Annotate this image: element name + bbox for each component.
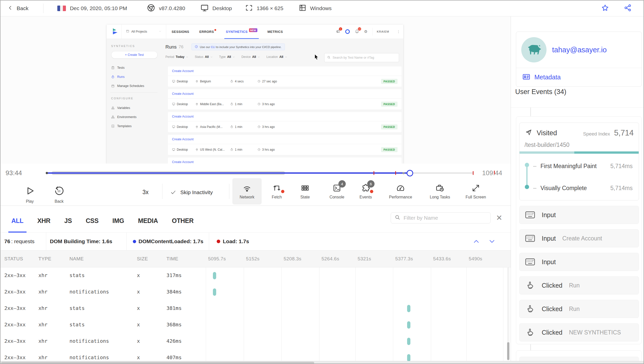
table-vertical-scrollbar[interactable]	[507, 267, 509, 360]
panel-button-fetch[interactable]: Fetch	[262, 178, 291, 204]
test-search-input[interactable]	[333, 56, 396, 59]
skip-inactivity-toggle[interactable]: Skip Inactivity	[170, 189, 213, 195]
metric-value: 5,714ms	[610, 185, 633, 192]
playhead[interactable]	[407, 170, 413, 176]
request-row[interactable]: 2xx–3xxxhrnotificationsx407ms	[1, 350, 511, 361]
info-icon	[195, 45, 198, 49]
horizontal-scrollbar[interactable]	[1, 361, 644, 364]
waterfall-bar	[407, 321, 410, 329]
search-icon	[327, 56, 331, 60]
monitor-icon	[172, 125, 175, 128]
session-timestamp: Dec 09, 2020, 05:10 PM	[70, 5, 127, 11]
net-tab-img[interactable]: IMG	[112, 209, 124, 233]
app-logo-icon	[112, 28, 119, 35]
net-tab-media[interactable]: MEDIA	[138, 209, 158, 233]
announcements-icon[interactable]: 1	[336, 29, 340, 34]
net-tab-js[interactable]: JS	[64, 209, 72, 233]
run-name-link[interactable]: Create Account	[168, 157, 402, 164]
metadata-button[interactable]: Metadata	[516, 68, 641, 86]
jump-previous-icon[interactable]	[473, 238, 480, 245]
visited-event-card[interactable]: Visited Speed Index 5,714 /test-builder/…	[519, 123, 639, 200]
input-event-card[interactable]: Input	[519, 206, 639, 224]
filter-device[interactable]: DeviceAll	[241, 55, 260, 59]
settings-gear-icon[interactable]: ⚙	[364, 29, 367, 34]
console-terminal-icon: 4	[332, 184, 341, 193]
request-row[interactable]: 2xx–3xxxhrnotificationsx384ms	[1, 284, 511, 300]
filter-location[interactable]: LocationAll	[266, 55, 287, 59]
run-name-link[interactable]: Create Account	[168, 135, 402, 144]
time-tick: 5208.3s	[284, 256, 301, 262]
request-row[interactable]: 2xx–3xxxhrnotificationsx426ms	[1, 333, 511, 350]
net-tab-css[interactable]: CSS	[86, 209, 99, 233]
clicked-event-card[interactable]: Clicked NEW SYNTHETICS	[519, 323, 639, 342]
net-tab-other[interactable]: OTHER	[172, 209, 193, 233]
panel-button-performance[interactable]: Performance	[385, 178, 416, 204]
speed-index-value: 5,714	[614, 128, 634, 138]
panel-button-events[interactable]: 6 Events	[351, 178, 380, 204]
panel-button-console[interactable]: 4 Console	[322, 178, 352, 204]
net-tab-all[interactable]: ALL	[11, 209, 23, 233]
filter-status[interactable]: StatusAll	[195, 55, 212, 59]
more-menu-icon[interactable]: ⋮	[397, 30, 400, 34]
sidebar-item-variables[interactable]: Variables	[107, 103, 162, 112]
request-row[interactable]: 2xx–3xxxhrstatsx381ms	[1, 300, 511, 317]
input-event-card[interactable]: Input	[519, 253, 639, 271]
input-event-card[interactable]: Input Create Account	[519, 229, 639, 247]
event-marker-gray	[403, 172, 405, 174]
clicked-event-card[interactable]: Clicked Run	[519, 300, 639, 318]
app-tab-metrics[interactable]: METRICS	[267, 25, 283, 39]
app-tab-sessions[interactable]: SESSIONS	[172, 25, 189, 39]
panel-button-network[interactable]: Network	[232, 178, 262, 204]
hand-pointer-icon	[525, 328, 535, 337]
share-icon[interactable]	[624, 4, 632, 13]
scrollbar-thumb[interactable]	[1, 362, 314, 364]
net-tab-xhr[interactable]: XHR	[37, 209, 51, 233]
time-tick: 5490s	[469, 256, 482, 262]
requests-count: 76	[4, 238, 10, 244]
event-marker-red	[494, 171, 495, 174]
back-10s-button[interactable]: 10 Back	[51, 186, 68, 204]
sidebar-item-tests[interactable]: Tests	[107, 63, 162, 72]
favorite-star-icon[interactable]	[601, 4, 609, 13]
chevron-down-icon	[186, 56, 188, 58]
replayed-app-screen: All Projects SESSIONS ERRORS SYNTHETICSN…	[107, 25, 403, 164]
app-tab-errors[interactable]: ERRORS	[199, 25, 216, 39]
request-row[interactable]: 2xx–3xxxhrstatsx368ms	[1, 317, 511, 333]
app-user-menu[interactable]: KRAIEM	[373, 28, 392, 35]
back-button[interactable]: Back	[8, 5, 29, 12]
speed-index-label: Speed Index	[583, 131, 610, 137]
jump-next-icon[interactable]	[488, 238, 496, 245]
filter-period[interactable]: PeriodToday	[165, 55, 188, 59]
request-row[interactable]: 2xx–3xxxhrstatsx317ms	[1, 267, 511, 284]
run-name-link[interactable]: Create Account	[168, 89, 402, 99]
app-tab-synthetics[interactable]: SYNTHETICSNEW	[226, 25, 257, 39]
filter-by-name-input[interactable]	[404, 215, 487, 221]
panel-button-state[interactable]: State	[290, 178, 320, 204]
keyboard-icon	[525, 235, 535, 242]
run-name-link[interactable]: Create Account	[168, 112, 402, 121]
timeline-track[interactable]	[46, 173, 473, 174]
play-button[interactable]: Play	[22, 186, 38, 204]
filter-type[interactable]: TypeAll	[219, 55, 235, 59]
notifications-bell-icon[interactable]: 13	[355, 29, 359, 34]
clock-icon	[257, 102, 261, 106]
run-name-link[interactable]: Create Account	[168, 66, 402, 76]
sidebar-item-templates[interactable]: Templates	[107, 122, 162, 131]
user-email-link[interactable]: tahay@asayer.io	[552, 46, 607, 54]
project-selector[interactable]: All Projects	[121, 25, 166, 39]
clicked-event-card[interactable]: Clicked Run	[519, 276, 639, 294]
panel-button-full-screen[interactable]: Full Screen	[460, 178, 491, 204]
playback-speed-button[interactable]: 3x	[142, 189, 148, 196]
fmp-dot	[525, 163, 529, 167]
dcl-marker-dot	[133, 240, 136, 243]
rewind-10-icon: 10	[54, 186, 64, 197]
create-test-button[interactable]: + Create Test	[111, 51, 158, 59]
calendar-icon	[111, 84, 115, 88]
sidebar-item-environments[interactable]: Environments	[107, 112, 162, 122]
panel-button-long-tasks[interactable]: Long Tasks	[424, 178, 456, 204]
sidebar-item-runs[interactable]: Runs	[107, 72, 162, 81]
cli-link[interactable]: CLI	[211, 46, 215, 49]
sidebar-item-manage-schedules[interactable]: Manage Schedules	[107, 81, 162, 90]
close-panel-icon[interactable]: ✕	[496, 213, 502, 222]
scrollbar-thumb[interactable]	[507, 342, 509, 360]
